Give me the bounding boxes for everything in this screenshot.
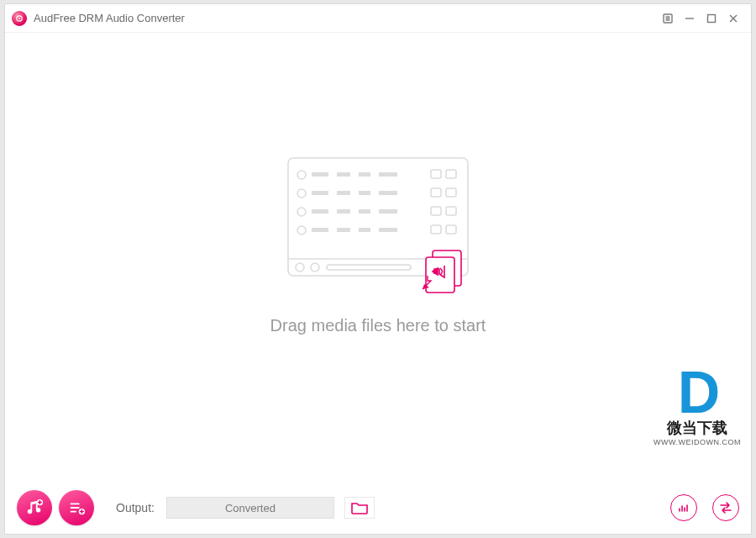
svg-point-1 [18, 18, 20, 19]
svg-rect-26 [312, 209, 328, 214]
watermark: D 微当下载 WWW.WEIDOWN.COM [654, 369, 741, 446]
svg-rect-37 [431, 225, 441, 234]
output-path-field[interactable]: Converted [166, 497, 334, 519]
svg-rect-23 [431, 188, 441, 197]
titlebar: AudFree DRM Audio Converter [5, 4, 751, 33]
maximize-button[interactable] [701, 8, 722, 29]
svg-point-18 [297, 189, 306, 198]
output-path-value: Converted [225, 502, 276, 514]
svg-rect-29 [379, 209, 397, 214]
app-logo-icon [12, 11, 27, 26]
svg-rect-30 [431, 207, 441, 215]
svg-rect-24 [446, 188, 456, 197]
svg-rect-7 [708, 14, 716, 22]
svg-rect-16 [431, 170, 441, 178]
watermark-logo: D [654, 369, 741, 416]
svg-rect-28 [359, 209, 370, 214]
svg-rect-17 [446, 170, 456, 178]
svg-rect-13 [337, 172, 350, 177]
app-title: AudFree DRM Audio Converter [34, 12, 185, 24]
svg-rect-31 [446, 207, 456, 215]
add-music-button[interactable] [17, 490, 52, 525]
svg-rect-14 [359, 172, 370, 177]
footer-bar: Output: Converted [5, 487, 751, 534]
svg-rect-20 [337, 191, 350, 195]
svg-point-32 [297, 226, 306, 235]
svg-rect-21 [359, 191, 370, 195]
watermark-url-text: WWW.WEIDOWN.COM [654, 438, 741, 446]
close-button[interactable] [722, 8, 744, 29]
svg-rect-15 [379, 172, 397, 177]
svg-rect-38 [446, 225, 456, 234]
svg-point-11 [297, 171, 306, 179]
drop-zone[interactable]: Drag media files here to start D 微当下载 WW… [5, 33, 751, 487]
svg-rect-22 [379, 191, 397, 195]
svg-rect-35 [359, 228, 370, 232]
watermark-cn-text: 微当下载 [654, 418, 741, 438]
app-window: AudFree DRM Audio Converter [4, 3, 752, 535]
svg-rect-36 [379, 228, 397, 232]
svg-point-40 [296, 263, 304, 272]
menu-button[interactable] [657, 8, 679, 29]
convert-button[interactable] [712, 494, 739, 521]
svg-rect-19 [312, 191, 328, 195]
svg-point-41 [311, 263, 319, 272]
format-settings-button[interactable] [670, 494, 697, 521]
add-list-button[interactable] [59, 490, 94, 525]
minimize-button[interactable] [679, 8, 701, 29]
svg-point-25 [297, 208, 306, 216]
svg-rect-33 [312, 228, 328, 232]
output-label: Output: [116, 501, 155, 514]
svg-rect-42 [327, 265, 411, 270]
browse-folder-button[interactable] [344, 497, 375, 519]
drop-hint-text: Drag media files here to start [270, 316, 486, 335]
svg-rect-27 [337, 209, 350, 214]
svg-rect-12 [312, 172, 328, 177]
svg-rect-34 [337, 228, 350, 232]
drop-illustration-icon [281, 151, 475, 298]
